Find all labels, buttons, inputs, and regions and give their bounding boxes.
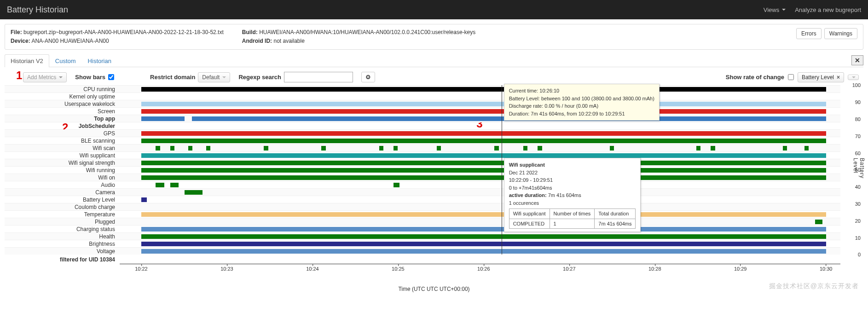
analyze-link[interactable]: Analyze a new bugreport [795, 6, 861, 13]
timeline-row[interactable] [120, 85, 840, 93]
timeline-segment[interactable] [437, 146, 441, 151]
timeline-row[interactable] [120, 144, 840, 151]
timeline-row[interactable] [120, 247, 840, 255]
timeline-segment[interactable] [141, 87, 826, 92]
timeline-segment[interactable] [523, 146, 527, 151]
timeline-row[interactable] [120, 107, 840, 115]
timeline-row[interactable] [120, 232, 840, 240]
tab-bar: Historian V2 Custom Historian ✕ [5, 54, 863, 67]
timeline-segment[interactable] [141, 116, 185, 121]
timeline-segment[interactable] [141, 139, 826, 143]
controls-row: 1 Add Metrics Show bars Restrict domain … [0, 67, 868, 85]
timeline-row[interactable] [120, 115, 840, 122]
timeline-segment[interactable] [170, 183, 179, 187]
errors-button[interactable]: Errors [796, 28, 822, 39]
timeline-segment[interactable] [141, 242, 826, 246]
gear-icon: ⚙ [365, 74, 371, 81]
timeline-segment[interactable] [393, 146, 398, 151]
chip-remove-icon[interactable]: × [837, 74, 840, 81]
regexp-search-input[interactable] [284, 72, 353, 82]
timeline-segment[interactable] [783, 146, 787, 151]
row-label: JobScheduler [5, 123, 120, 129]
views-dropdown[interactable]: Views [764, 6, 786, 13]
regexp-search-label: Regexp search [238, 74, 281, 81]
timeline-row[interactable] [120, 129, 840, 137]
timeline-segment[interactable] [188, 146, 192, 151]
timeline-row[interactable] [120, 159, 840, 166]
timeline-segment[interactable] [141, 161, 826, 165]
timeline-segment[interactable] [141, 234, 826, 239]
x-axis: 10:2210:2310:2410:2510:2610:2710:2810:29… [120, 264, 840, 278]
timeline-segment[interactable] [141, 153, 826, 158]
show-bars-checkbox[interactable] [108, 74, 114, 80]
series-dropdown[interactable] [848, 75, 859, 80]
xaxis-label: Time (UTC UTC UTC+00:00) [5, 286, 863, 292]
timeline-segment[interactable] [538, 146, 542, 151]
timeline-segment[interactable] [141, 227, 826, 232]
timeline-segment[interactable] [141, 249, 826, 254]
timeline-row[interactable] [120, 181, 840, 188]
timeline-segment[interactable] [141, 109, 826, 114]
row-label: Userspace wakelock [5, 101, 120, 107]
timeline-segment[interactable] [141, 102, 826, 106]
warnings-button[interactable]: Warnings [824, 28, 857, 39]
timeline-row[interactable] [120, 225, 840, 232]
timeline-segment[interactable] [711, 146, 715, 151]
timeline-row[interactable] [120, 122, 840, 129]
timeline-segment[interactable] [141, 131, 826, 136]
xaxis-tick: 10:23 [220, 266, 233, 272]
views-label: Views [764, 6, 779, 13]
timeline-segment[interactable] [696, 146, 700, 151]
timeline-segment[interactable] [141, 212, 826, 217]
row-label: Plugged [5, 219, 120, 225]
row-label: Health [5, 233, 120, 240]
tab-historian[interactable]: Historian [82, 54, 117, 67]
timeline-row[interactable] [120, 188, 840, 196]
timeline-row[interactable] [120, 240, 840, 247]
timeline-row[interactable] [120, 210, 840, 218]
restrict-domain-select[interactable]: Default [198, 72, 230, 82]
timeline-segment[interactable] [141, 168, 826, 173]
tab-custom[interactable]: Custom [49, 54, 82, 67]
timeline-segment[interactable] [206, 146, 210, 151]
timeline-segment[interactable] [494, 146, 498, 151]
add-metrics-button[interactable]: Add Metrics [23, 72, 67, 82]
timeline-segment[interactable] [141, 197, 147, 202]
timeline-row[interactable] [120, 218, 840, 225]
table-cell: 1 [550, 219, 595, 229]
timeline-segment[interactable] [141, 175, 826, 180]
show-rate-checkbox[interactable] [788, 74, 794, 80]
timeline-row[interactable] [120, 166, 840, 174]
close-tab-icon[interactable]: ✕ [851, 55, 863, 65]
build-label: Build: [242, 29, 258, 35]
timeline-segment[interactable] [321, 146, 325, 151]
caret-down-icon [222, 76, 226, 78]
settings-button[interactable]: ⚙ [361, 72, 375, 82]
yaxis-tick: 40 [855, 184, 861, 190]
timeline-segment[interactable] [156, 183, 164, 187]
timeline-segment[interactable] [610, 146, 614, 151]
timeline-row[interactable] [120, 137, 840, 144]
tab-historian-v2[interactable]: Historian V2 [5, 54, 49, 67]
xaxis-tick: 10:26 [477, 266, 490, 272]
yaxis-tick: 50 [855, 167, 861, 173]
row-label: Wifi on [5, 174, 120, 181]
timeline-segment[interactable] [815, 220, 822, 224]
timeline-segment[interactable] [393, 183, 399, 187]
timeline-row[interactable] [120, 151, 840, 159]
timeline-segment[interactable] [156, 146, 160, 151]
timeline-segment[interactable] [264, 146, 268, 151]
timeline-row[interactable] [120, 196, 840, 203]
yaxis-tick: 80 [855, 116, 861, 122]
row-label: Charging status [5, 226, 120, 232]
tooltip-line: Dec 21 2022 [509, 169, 636, 177]
timeline-row[interactable] [120, 100, 840, 107]
battery-level-chip[interactable]: Battery Level × [798, 72, 844, 82]
timeline-row[interactable] [120, 93, 840, 100]
timeline-row[interactable] [120, 203, 840, 210]
timeline-segment[interactable] [379, 146, 383, 151]
timeline-segment[interactable] [185, 190, 203, 195]
timeline-row[interactable] [120, 174, 840, 181]
timeline-segment[interactable] [804, 146, 809, 151]
timeline-segment[interactable] [170, 146, 174, 151]
